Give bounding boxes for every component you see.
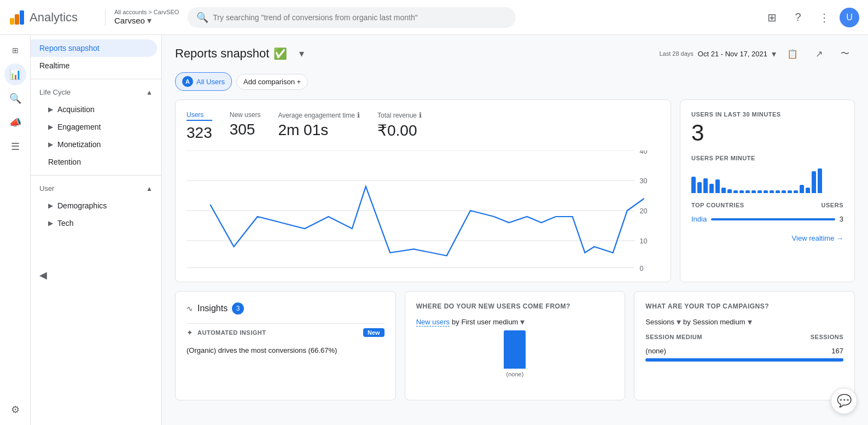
auto-insight-star-icon: ✦ <box>187 328 193 337</box>
mini-bar-item <box>733 190 738 193</box>
users-label[interactable]: Users <box>187 111 212 121</box>
mini-bar-item <box>697 182 702 193</box>
monetization-chevron: ▶ <box>48 141 53 148</box>
metric-avg-engagement: Average engagement time ℹ 2m 01s <box>278 111 360 142</box>
country-name[interactable]: India <box>691 215 707 223</box>
users-col-label: USERS <box>822 202 843 208</box>
mini-bar-item <box>764 190 768 193</box>
mini-bar-item <box>752 190 756 193</box>
realtime-count: 3 <box>691 120 843 146</box>
view-realtime-link[interactable]: View realtime → <box>691 234 843 242</box>
main-grid: Users 323 New users 305 Average engageme… <box>175 100 855 282</box>
first-user-medium-dropdown[interactable]: ▾ <box>520 317 525 327</box>
medium-dropdown-arrow: ▾ <box>520 317 525 327</box>
svg-text:20: 20 <box>640 208 648 216</box>
account-selector[interactable]: All accounts > CarvSEO Carvseo ▾ <box>105 9 179 26</box>
acquisition-chevron: ▶ <box>48 106 53 113</box>
sessions-medium-values: (none) 167 <box>645 345 843 357</box>
svg-rect-0 <box>10 18 14 25</box>
top-countries-label: TOP COUNTRIES <box>691 202 744 208</box>
new-users-by-label[interactable]: New users <box>416 318 450 327</box>
col-sessions: SESSIONS <box>811 334 843 340</box>
chat-bubble-btn[interactable]: 💬 <box>831 388 857 414</box>
insights-label: Insights <box>197 304 228 313</box>
insights-sparkline-icon: ∿ <box>187 304 193 313</box>
lifecycle-chevron-up: ▲ <box>146 89 153 96</box>
nav-configure-item[interactable]: ☰ <box>4 136 26 158</box>
sidebar-item-reports-snapshot[interactable]: Reports snapshot <box>31 39 157 57</box>
title-dropdown-btn[interactable]: ▾ <box>292 44 311 63</box>
sessions-row-1: (none) 167 <box>645 345 843 362</box>
mini-bar-item <box>788 190 792 193</box>
sidebar-item-acquisition[interactable]: ▶ Acquisition <box>31 101 161 118</box>
new-users-value: 305 <box>230 121 261 138</box>
country-bar-bg <box>711 218 835 220</box>
all-users-segment-btn[interactable]: A All Users <box>175 72 232 91</box>
demographics-chevron: ▶ <box>48 202 53 209</box>
title-dropdown-arrow: ▾ <box>299 48 304 60</box>
add-comparison-btn[interactable]: Add comparison + <box>236 74 308 90</box>
search-bar[interactable]: 🔍 <box>188 7 516 28</box>
new-users-label: New users <box>230 111 261 119</box>
insights-btn[interactable]: 〜 <box>835 44 855 63</box>
sessions-bar-fill <box>645 358 843 362</box>
chat-icon: 💬 <box>837 394 852 408</box>
insights-card: ∿ Insights 3 ✦ AUTOMATED INSIGHT New (Or… <box>175 291 396 400</box>
help-button[interactable]: ? <box>787 7 809 28</box>
sidebar-item-monetization[interactable]: ▶ Monetization <box>31 136 161 153</box>
search-icon: 🔍 <box>196 11 208 24</box>
upm-title: USERS PER MINUTE <box>691 155 843 161</box>
country-row: India 3 <box>691 213 843 225</box>
sidebar-item-realtime[interactable]: Realtime <box>31 57 157 74</box>
sidebar-item-demographics[interactable]: ▶ Demographics <box>31 197 161 214</box>
avatar[interactable]: U <box>840 8 859 27</box>
sidebar-user-header[interactable]: User ▲ <box>31 180 161 197</box>
insights-badge: 3 <box>232 302 244 315</box>
avg-engagement-info-icon: ℹ <box>357 111 360 119</box>
new-users-chart: (none) <box>416 334 614 377</box>
account-name[interactable]: Carvseo ▾ <box>114 15 179 26</box>
apps-icon: ⊞ <box>767 11 777 24</box>
mini-bar-item <box>818 168 822 193</box>
segment-dot: A <box>182 76 193 87</box>
metric-users: Users 323 <box>187 111 212 142</box>
more-vert-button[interactable]: ⋮ <box>813 7 835 28</box>
sidebar-item-engagement[interactable]: ▶ Engagement <box>31 118 161 136</box>
nav-advertising-item[interactable]: 📣 <box>4 112 26 133</box>
mini-bar-item <box>758 190 762 193</box>
total-revenue-value: ₹0.00 <box>377 121 422 139</box>
apps-button[interactable]: ⊞ <box>761 7 783 28</box>
nav-admin-item[interactable]: ⚙ <box>4 399 26 421</box>
insights-header: ∿ Insights 3 <box>187 302 385 315</box>
sessions-bar-bg <box>645 358 843 362</box>
sidebar-item-tech[interactable]: ▶ Tech <box>31 214 161 232</box>
nav-home-item[interactable]: ⊞ <box>4 39 26 61</box>
search-input[interactable] <box>213 13 507 22</box>
explore-icon: 🔍 <box>9 92 21 104</box>
share-btn[interactable]: ↗ <box>809 44 829 63</box>
mini-bar-item <box>800 185 804 193</box>
nav-explore-item[interactable]: 🔍 <box>4 88 26 109</box>
sidebar-collapse-btn[interactable]: ◀ <box>31 265 161 286</box>
metric-new-users: New users 305 <box>230 111 261 142</box>
sidebar-item-retention[interactable]: Retention <box>31 153 161 171</box>
session-medium-arrow: ▾ <box>748 317 752 327</box>
date-range-value: Oct 21 - Nov 17, 2021 <box>698 50 767 58</box>
user-chevron-up: ▲ <box>146 185 153 193</box>
customize-report-btn[interactable]: 📋 <box>783 44 802 63</box>
session-medium-dropdown[interactable]: by Session medium ▾ <box>683 317 752 327</box>
more-vert-icon: ⋮ <box>819 11 830 24</box>
avg-engagement-label: Average engagement time <box>278 112 355 119</box>
date-dropdown-arrow: ▾ <box>772 49 776 59</box>
chart-area: 40 30 20 10 0 24 Oct 31 07 Nov 14 <box>187 150 660 271</box>
total-revenue-label: Total revenue <box>377 112 417 119</box>
bottom-grid: ∿ Insights 3 ✦ AUTOMATED INSIGHT New (Or… <box>175 291 855 400</box>
help-icon: ? <box>795 11 801 24</box>
sidebar-lifecycle-header[interactable]: Life Cycle ▲ <box>31 84 161 101</box>
nav-reports-item[interactable]: 📊 <box>4 63 26 85</box>
date-range-selector[interactable]: Last 28 days Oct 21 - Nov 17, 2021 ▾ <box>659 49 776 59</box>
countries-header: TOP COUNTRIES USERS <box>691 202 843 208</box>
top-campaigns-title: WHAT ARE YOUR TOP CAMPAIGNS? <box>645 302 843 310</box>
svg-text:30: 30 <box>640 178 648 185</box>
sessions-dropdown[interactable]: Sessions ▾ <box>645 317 681 327</box>
